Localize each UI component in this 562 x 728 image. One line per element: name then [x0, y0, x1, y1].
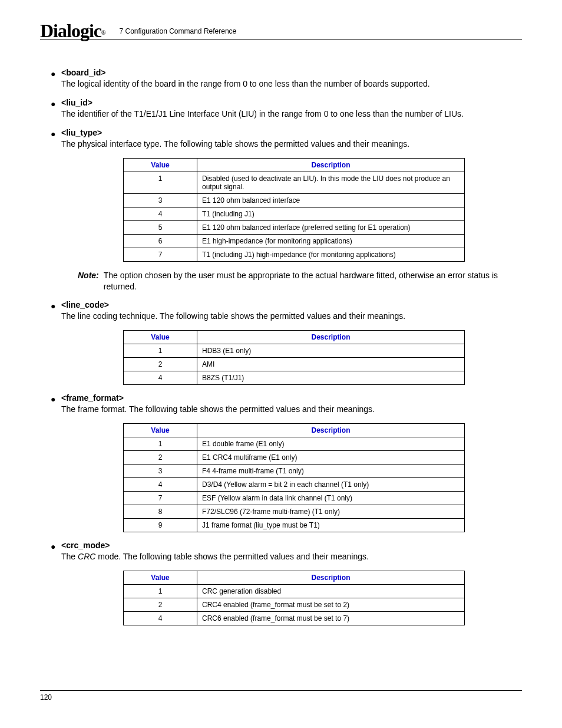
description-cell: B8ZS (T1/J1) [197, 371, 465, 385]
param-title: <frame_format> [61, 393, 522, 403]
param-liu-type: ● <liu_type> The physical interface type… [61, 128, 522, 150]
bullet-icon: ● [51, 100, 55, 108]
param-description: The identifier of the T1/E1/J1 Line Inte… [61, 108, 522, 120]
document-page: Dialogic® 7 Configuration Command Refere… [0, 0, 562, 725]
value-cell: 5 [124, 220, 197, 234]
section-title: 7 Configuration Command Reference [119, 27, 236, 35]
table-row: 4D3/D4 (Yellow alarm = bit 2 in each cha… [124, 478, 465, 492]
registered-mark: ® [101, 29, 105, 36]
liu-type-table: Value Description 1Disabled (used to dea… [123, 158, 465, 262]
value-cell: 4 [124, 371, 197, 385]
value-cell: 2 [124, 358, 197, 371]
description-cell: E1 CRC4 multiframe (E1 only) [197, 451, 465, 465]
content-body: ● <board_id> The logical identity of the… [61, 68, 522, 625]
param-description: The physical interface type. The followi… [61, 139, 522, 150]
table-row: 1CRC generation disabled [124, 585, 465, 598]
param-title: <crc_mode> [61, 541, 522, 550]
col-description: Description [197, 571, 465, 585]
param-frame-format: ● <frame_format> The frame format. The f… [61, 393, 522, 415]
description-cell: T1 (including J1) high-impedance (for mo… [197, 248, 465, 261]
param-crc-mode: ● <crc_mode> The CRC mode. The following… [61, 541, 522, 562]
value-cell: 4 [124, 612, 197, 625]
description-cell: F4 4-frame multi-frame (T1 only) [197, 465, 465, 478]
line-code-table: Value Description 1HDB3 (E1 only)2AMI4B8… [123, 330, 465, 385]
brand-logo: Dialogic® [40, 21, 105, 40]
table-header-row: Value Description [124, 158, 465, 172]
param-title: <board_id> [61, 68, 522, 77]
description-cell: F72/SLC96 (72-frame multi-frame) (T1 onl… [197, 505, 465, 519]
value-cell: 1 [124, 172, 197, 193]
table-row: 4CRC6 enabled (frame_format must be set … [124, 612, 465, 625]
value-cell: 4 [124, 478, 197, 492]
col-description: Description [197, 424, 465, 437]
value-cell: 8 [124, 505, 197, 519]
value-cell: 7 [124, 248, 197, 261]
crc-body-prefix: The [61, 552, 78, 561]
table-header-row: Value Description [124, 424, 465, 437]
param-line-code: ● <line_code> The line coding technique.… [61, 300, 522, 322]
col-description: Description [197, 158, 465, 172]
description-cell: AMI [197, 358, 465, 371]
table-body: 1Disabled (used to deactivate an LIU). I… [124, 172, 465, 261]
bullet-icon: ● [51, 395, 55, 403]
table-row: 2AMI [124, 358, 465, 371]
param-description: The CRC mode. The following table shows … [61, 551, 522, 562]
value-cell: 2 [124, 451, 197, 465]
table-row: 1HDB3 (E1 only) [124, 344, 465, 358]
bullet-icon: ● [51, 130, 55, 138]
table-row: 4B8ZS (T1/J1) [124, 371, 465, 385]
param-title: <liu_type> [61, 128, 522, 137]
description-cell: E1 120 ohm balanced interface (preferred… [197, 220, 465, 234]
table-row: 9J1 frame format (liu_type must be T1) [124, 519, 465, 532]
param-title: <liu_id> [61, 98, 522, 107]
value-cell: 9 [124, 519, 197, 532]
note-label: Note: [78, 270, 99, 292]
param-description: The frame format. The following table sh… [61, 404, 522, 415]
param-description: The logical identity of the board in the… [61, 78, 522, 90]
value-cell: 1 [124, 437, 197, 451]
description-cell: E1 high-impedance (for monitoring applic… [197, 234, 465, 248]
table-header-row: Value Description [124, 571, 465, 585]
col-description: Description [197, 331, 465, 344]
value-cell: 4 [124, 207, 197, 220]
description-cell: Disabled (used to deactivate an LIU). In… [197, 172, 465, 193]
bullet-icon: ● [51, 542, 55, 551]
param-board-id: ● <board_id> The logical identity of the… [61, 68, 522, 90]
table-row: 7ESF (Yellow alarm in data link channel … [124, 492, 465, 505]
description-cell: E1 double frame (E1 only) [197, 437, 465, 451]
description-cell: HDB3 (E1 only) [197, 344, 465, 358]
col-value: Value [124, 571, 197, 585]
crc-body-suffix: mode. The following table shows the perm… [95, 552, 369, 561]
page-number: 120 [40, 693, 52, 701]
value-cell: 3 [124, 193, 197, 207]
table-row: 6E1 high-impedance (for monitoring appli… [124, 234, 465, 248]
page-footer: 120 [40, 690, 522, 701]
table-body: 1HDB3 (E1 only)2AMI4B8ZS (T1/J1) [124, 344, 465, 385]
description-cell: ESF (Yellow alarm in data link channel (… [197, 492, 465, 505]
table-row: 3F4 4-frame multi-frame (T1 only) [124, 465, 465, 478]
value-cell: 1 [124, 344, 197, 358]
description-cell: CRC4 enabled (frame_format must be set t… [197, 598, 465, 612]
value-cell: 1 [124, 585, 197, 598]
col-value: Value [124, 424, 197, 437]
table-row: 1Disabled (used to deactivate an LIU). I… [124, 172, 465, 193]
table-row: 7T1 (including J1) high-impedance (for m… [124, 248, 465, 261]
table-body: 1E1 double frame (E1 only)2E1 CRC4 multi… [124, 437, 465, 532]
value-cell: 3 [124, 465, 197, 478]
table-header-row: Value Description [124, 331, 465, 344]
note-block: Note: The option chosen by the user must… [78, 270, 522, 292]
table-row: 3E1 120 ohm balanced interface [124, 193, 465, 207]
param-description: The line coding technique. The following… [61, 311, 522, 322]
param-title: <line_code> [61, 300, 522, 309]
bullet-icon: ● [51, 302, 55, 310]
value-cell: 7 [124, 492, 197, 505]
description-cell: CRC6 enabled (frame_format must be set t… [197, 612, 465, 625]
logo-text: Dialogic [40, 20, 101, 41]
table-body: 1CRC generation disabled2CRC4 enabled (f… [124, 585, 465, 625]
table-row: 2E1 CRC4 multiframe (E1 only) [124, 451, 465, 465]
crc-mode-table: Value Description 1CRC generation disabl… [123, 571, 465, 625]
param-liu-id: ● <liu_id> The identifier of the T1/E1/J… [61, 98, 522, 120]
description-cell: D3/D4 (Yellow alarm = bit 2 in each chan… [197, 478, 465, 492]
table-row: 8F72/SLC96 (72-frame multi-frame) (T1 on… [124, 505, 465, 519]
col-value: Value [124, 331, 197, 344]
